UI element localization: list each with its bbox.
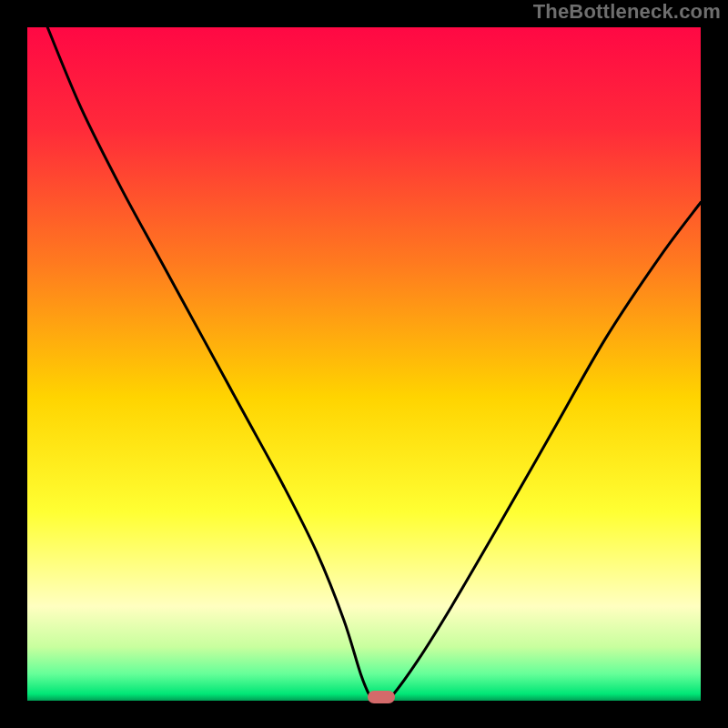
minimum-marker [368,691,395,703]
bottleneck-curve [27,27,701,701]
plot-area [27,27,701,701]
watermark-text: TheBottleneck.com [533,0,721,24]
